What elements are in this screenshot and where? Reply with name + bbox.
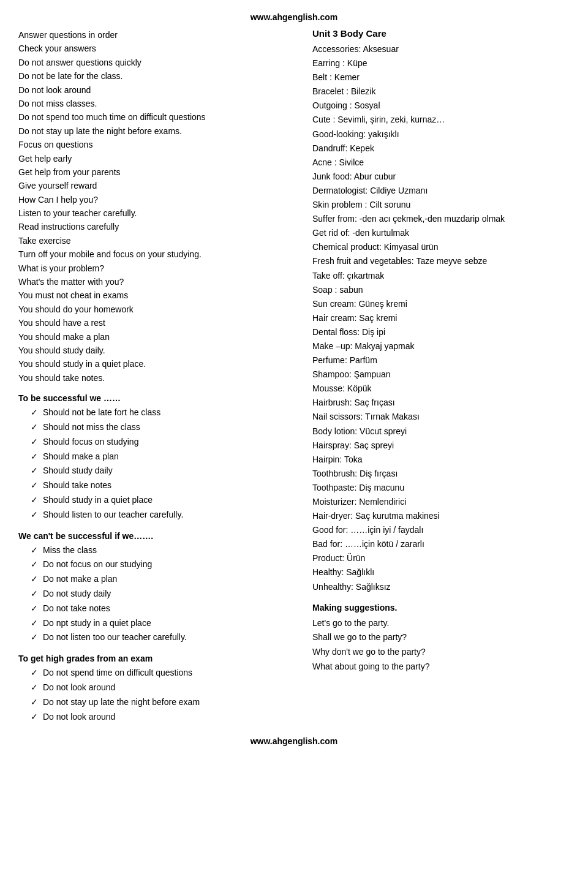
check-list-item: Should focus on studying [31, 435, 300, 450]
vocab-item: Soap : sabun [312, 283, 570, 297]
vocab-item: Skin problem : Cilt sorunu [312, 198, 570, 212]
unit-title: Unit 3 Body Care [312, 28, 570, 39]
making-suggestions-title: Making suggestions. [312, 603, 570, 613]
check-list: Do not spend time on difficult questions… [31, 666, 300, 724]
plain-list-item: You should study in a quiet place. [18, 357, 300, 371]
check-list-item: Do not take notes [31, 601, 300, 616]
plain-list-item: What is your problem? [18, 262, 300, 275]
check-list-item: Should study daily [31, 464, 300, 478]
vocab-item: Good-looking: yakışıklı [312, 127, 570, 141]
vocab-item: Dermatologist: Cildiye Uzmanı [312, 184, 570, 198]
check-list-item: Should study in a quiet place [31, 493, 300, 508]
vocab-item: Make –up: Makyaj yapmak [312, 339, 570, 353]
vocab-item: Acne : Sivilce [312, 156, 570, 170]
vocab-item: Shampoo: Şampuan [312, 368, 570, 382]
plain-list-item: You should study daily. [18, 344, 300, 357]
vocab-item: Healthy: Sağlıklı [312, 565, 570, 579]
check-list-item: Do not spend time on difficult questions [31, 666, 300, 681]
plain-list-item: You should have a rest [18, 316, 300, 330]
vocab-item: Product: Ürün [312, 551, 570, 565]
section-title: To get high grades from an exam [18, 654, 300, 663]
sections-container: To be successful we ……Should not be late… [18, 393, 300, 724]
vocab-item: Hair cream: Saç kremi [312, 311, 570, 325]
vocab-item: Get rid of: -den kurtulmak [312, 226, 570, 240]
plain-list-item: You should make a plan [18, 330, 300, 344]
plain-list-item: Do not stay up late the night before exa… [18, 124, 300, 138]
vocab-item: Cute : Sevimli, şirin, zeki, kurnaz… [312, 113, 570, 127]
check-list-item: Do not look around [31, 681, 300, 695]
vocab-item: Unhealthy: Sağlıksız [312, 580, 570, 594]
section-title: We can't be successful if we……. [18, 531, 300, 541]
vocab-item: Hair-dryer: Saç kurutma makinesi [312, 509, 570, 523]
check-list: Miss the classDo not focus on our studyi… [31, 543, 300, 646]
vocab-item: Suffer from: -den acı çekmek,-den muzdar… [312, 212, 570, 226]
check-list-item: Should take notes [31, 478, 300, 493]
header: www.ahgenglish.com [18, 12, 570, 22]
vocab-item: Mousse: Köpük [312, 382, 570, 396]
check-list-item: Should listen to our teacher carefully. [31, 508, 300, 522]
check-list-item: Do not make a plan [31, 572, 300, 587]
vocab-item: Dental floss: Diş ipi [312, 325, 570, 339]
plain-list-item: Turn off your mobile and focus on your s… [18, 247, 300, 261]
vocab-item: Fresh fruit and vegetables: Taze meyve s… [312, 254, 570, 268]
check-list-item: Should not be late fort he class [31, 405, 300, 420]
suggestion-item: Shall we go to the party? [312, 630, 570, 645]
check-list-item: Do npt study in a quiet place [31, 616, 300, 631]
check-list-item: Should not miss the class [31, 420, 300, 435]
plain-list-item: Check your answers [18, 42, 300, 55]
left-column: Answer questions in orderCheck your answ… [18, 28, 300, 724]
plain-list-item: Do not be late for the class. [18, 69, 300, 83]
vocab-item: Hairbrush: Saç frıçası [312, 396, 570, 410]
vocab-item: Chemical product: Kimyasal ürün [312, 240, 570, 254]
vocab-item: Bracelet : Bilezik [312, 85, 570, 99]
suggestion-item: Let's go to the party. [312, 616, 570, 631]
vocab-item: Belt : Kemer [312, 70, 570, 85]
vocab-item: Hairpin: Toka [312, 453, 570, 467]
check-list: Should not be late fort he classShould n… [31, 405, 300, 522]
plain-items-list: Answer questions in orderCheck your answ… [18, 28, 300, 385]
vocab-item: Take off: çıkartmak [312, 269, 570, 283]
vocab-item: Toothpaste: Diş macunu [312, 481, 570, 495]
check-list-item: Should make a plan [31, 450, 300, 464]
vocab-item: Dandruff: Kepek [312, 141, 570, 156]
plain-list-item: You must not cheat in exams [18, 288, 300, 302]
vocab-item: Outgoing : Sosyal [312, 99, 570, 113]
plain-list-item: Do not answer questions quickly [18, 56, 300, 69]
vocab-item: Bad for: ……için kötü / zararlı [312, 537, 570, 551]
check-list-item: Do not look around [31, 710, 300, 725]
plain-list-item: Focus on questions [18, 138, 300, 151]
check-list-item: Do not study daily [31, 587, 300, 601]
plain-list-item: You should take notes. [18, 371, 300, 385]
plain-list-item: Do not miss classes. [18, 97, 300, 110]
plain-list-item: How Can I help you? [18, 193, 300, 206]
section-title: To be successful we …… [18, 393, 300, 403]
plain-list-item: Take exercise [18, 234, 300, 247]
check-list-item: Do not stay up late the night before exa… [31, 695, 300, 710]
right-column: Unit 3 Body Care Accessories: AksesuarEa… [312, 28, 570, 724]
vocab-item: Junk food: Abur cubur [312, 170, 570, 184]
vocab-item: Toothbrush: Diş fırçası [312, 467, 570, 481]
check-list-item: Do not focus on our studying [31, 557, 300, 572]
vocab-item: Earring : Küpe [312, 56, 570, 70]
vocab-item: Moisturizer: Nemlendirici [312, 495, 570, 509]
plain-list-item: You should do your homework [18, 303, 300, 316]
suggestions-list: Let's go to the party.Shall we go to the… [312, 616, 570, 674]
plain-list-item: Do not look around [18, 83, 300, 97]
plain-list-item: What's the matter with you? [18, 275, 300, 288]
check-list-item: Miss the class [31, 543, 300, 558]
vocab-item: Sun cream: Güneş kremi [312, 297, 570, 311]
plain-list-item: Answer questions in order [18, 28, 300, 42]
plain-list-item: Get help early [18, 152, 300, 165]
vocab-list: Accessories: AksesuarEarring : KüpeBelt … [312, 42, 570, 594]
vocab-item: Body lotion: Vücut spreyi [312, 424, 570, 439]
plain-list-item: Listen to your teacher carefully. [18, 206, 300, 220]
vocab-item: Good for: ……için iyi / faydalı [312, 523, 570, 537]
check-list-item: Do not listen too our teacher carefully. [31, 630, 300, 645]
plain-list-item: Get help from your parents [18, 165, 300, 179]
suggestion-item: What about going to the party? [312, 660, 570, 674]
footer: www.ahgenglish.com [18, 736, 570, 746]
vocab-item: Perfume: Parfüm [312, 353, 570, 368]
plain-list-item: Give yourself reward [18, 179, 300, 192]
plain-list-item: Read instructions carefully [18, 220, 300, 233]
suggestion-item: Why don't we go to the party? [312, 645, 570, 660]
